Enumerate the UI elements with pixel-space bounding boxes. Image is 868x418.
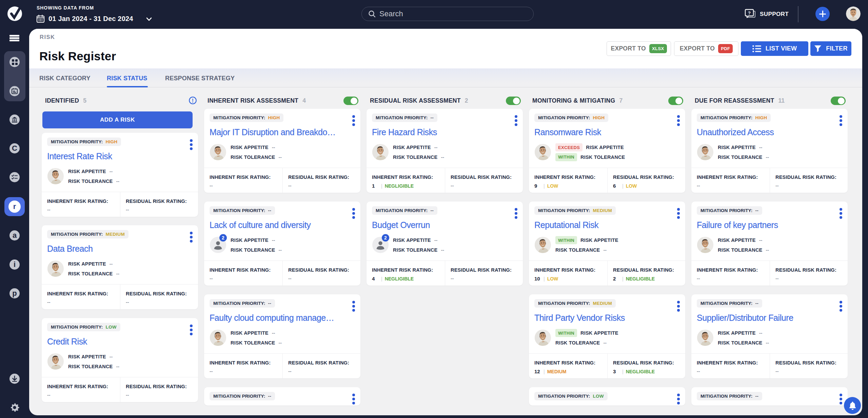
svg-text:?: ? <box>748 11 751 16</box>
